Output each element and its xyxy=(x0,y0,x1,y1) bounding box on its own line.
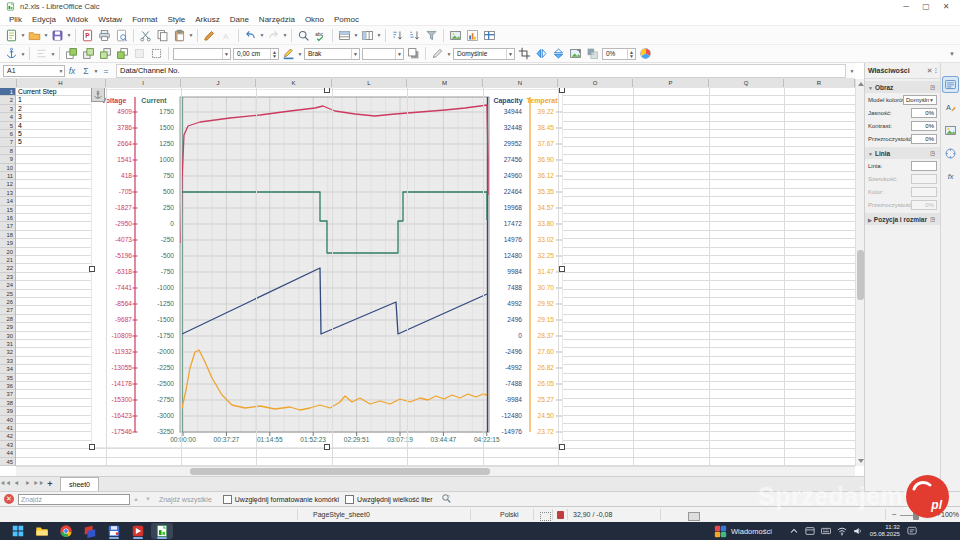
menu-plik[interactable]: Plik xyxy=(4,14,27,25)
tray-window-icon[interactable] xyxy=(802,523,818,539)
sidebar-close-icon[interactable]: ✕ xyxy=(927,67,933,74)
tray-keyboard-icon[interactable] xyxy=(818,523,834,539)
redo-button[interactable] xyxy=(265,27,282,43)
sidebar-section-linia[interactable]: ▼Linia◳ xyxy=(865,147,940,159)
column-header-P[interactable]: P xyxy=(633,79,709,87)
add-sheet-button[interactable]: + xyxy=(44,479,56,489)
column-header-Q[interactable]: Q xyxy=(709,79,784,87)
horizontal-scrollbar-thumb[interactable] xyxy=(190,468,490,475)
row-header-42[interactable]: 42 xyxy=(0,432,15,440)
sidebar-tab-functions[interactable]: fx xyxy=(943,169,958,184)
sidebar-menu-icon[interactable]: ⁝ xyxy=(935,67,937,74)
cell-grid[interactable]: VoltageCurrentCapacityTemperat4909175034… xyxy=(16,88,855,466)
clone-formatting-button[interactable] xyxy=(201,27,218,43)
cell-H5[interactable]: 4 xyxy=(18,122,22,130)
row-header-20[interactable]: 20 xyxy=(0,248,15,256)
new-document-button[interactable] xyxy=(3,27,20,43)
row-header-41[interactable]: 41 xyxy=(0,424,15,432)
save-button[interactable] xyxy=(49,27,66,43)
to-background-button[interactable] xyxy=(148,46,165,62)
dropdown-arrow-icon[interactable]: ▼ xyxy=(188,32,194,38)
section-options-icon[interactable]: ◳ xyxy=(930,84,935,90)
spelling-button[interactable]: abc xyxy=(312,27,329,43)
taskbar-commander-app-button[interactable] xyxy=(103,523,125,539)
sort-ascending-button[interactable] xyxy=(389,27,406,43)
column-header-J[interactable]: J xyxy=(181,79,256,87)
formula-equals-icon[interactable]: = xyxy=(99,66,113,76)
insert-chart-button[interactable] xyxy=(464,27,481,43)
section-options-icon[interactable]: ◳ xyxy=(930,216,935,222)
formulabar-expand-icon[interactable]: ▼ xyxy=(849,68,855,74)
selection-handle[interactable] xyxy=(559,266,565,272)
sidebar-section-obraz[interactable]: ▼Obraz◳ xyxy=(865,81,940,93)
find-previous-icon[interactable]: ▲ xyxy=(133,496,139,502)
row-header-11[interactable]: 11 xyxy=(0,172,15,180)
insert-rows-button[interactable] xyxy=(336,27,353,43)
forward-one-button[interactable] xyxy=(80,46,97,62)
row-header-1[interactable]: 1 xyxy=(0,88,15,96)
insert-columns-button[interactable] xyxy=(359,27,376,43)
row-header-23[interactable]: 23 xyxy=(0,273,15,281)
column-header-H[interactable]: H xyxy=(16,79,106,87)
field-value[interactable] xyxy=(911,161,937,171)
row-header-36[interactable]: 36 xyxy=(0,382,15,390)
menu-narzdzia[interactable]: Narzędzia xyxy=(254,14,300,25)
row-header-38[interactable]: 38 xyxy=(0,399,15,407)
tray-chevron-up-icon[interactable] xyxy=(786,523,802,539)
menu-dane[interactable]: Dane xyxy=(225,14,254,25)
menu-arkusz[interactable]: Arkusz xyxy=(190,14,224,25)
row-header-30[interactable]: 30 xyxy=(0,332,15,340)
row-header-14[interactable]: 14 xyxy=(0,197,15,205)
autofilter-button[interactable] xyxy=(423,27,440,43)
bring-to-front-button[interactable] xyxy=(63,46,80,62)
row-header-32[interactable]: 32 xyxy=(0,348,15,356)
spinner-arrows-icon[interactable]: ▲▼ xyxy=(270,49,278,59)
field-value[interactable]: 0% xyxy=(911,121,937,131)
row-header-22[interactable]: 22 xyxy=(0,264,15,272)
column-header-O[interactable]: O xyxy=(558,79,633,87)
cell-H3[interactable]: 2 xyxy=(18,105,22,113)
row-header-37[interactable]: 37 xyxy=(0,390,15,398)
match-case-checkbox[interactable] xyxy=(345,495,354,504)
cell-H1[interactable]: Current Step xyxy=(18,88,57,96)
line-width-input[interactable]: 0,00 cm▲▼ xyxy=(233,48,279,60)
row-header-44[interactable]: 44 xyxy=(0,449,15,457)
name-box-dropdown-icon[interactable]: ▼ xyxy=(58,68,64,74)
flip-vertically-button[interactable] xyxy=(550,46,567,62)
row-header-40[interactable]: 40 xyxy=(0,416,15,424)
area-style-select[interactable]: Brak▼ xyxy=(304,48,360,60)
row-header-18[interactable]: 18 xyxy=(0,231,15,239)
sidebar-tab-gallery[interactable] xyxy=(943,123,958,138)
send-to-back-button[interactable] xyxy=(114,46,131,62)
selection-handle[interactable] xyxy=(559,444,565,450)
row-header-34[interactable]: 34 xyxy=(0,365,15,373)
dropdown-arrow-icon[interactable]: ▼ xyxy=(66,32,72,38)
taskbar-file-explorer-button[interactable] xyxy=(31,523,53,539)
row-header-45[interactable]: 45 xyxy=(0,458,15,466)
export-pdf-button[interactable]: P xyxy=(79,27,96,43)
row-header-4[interactable]: 4 xyxy=(0,113,15,121)
first-sheet-icon[interactable]: ⯇⯇ xyxy=(0,480,11,488)
taskbar-start-button[interactable] xyxy=(7,523,29,539)
row-header-19[interactable]: 19 xyxy=(0,239,15,247)
dropdown-arrow-icon[interactable]: ▼ xyxy=(376,32,382,38)
row-header-10[interactable]: 10 xyxy=(0,164,15,172)
sidebar-tab-styles[interactable]: A xyxy=(943,100,958,115)
row-header-35[interactable]: 35 xyxy=(0,374,15,382)
selection-handle[interactable] xyxy=(324,88,330,93)
field-value[interactable]: 0% xyxy=(911,108,937,118)
filter-pen-button[interactable] xyxy=(429,46,446,62)
column-header-M[interactable]: M xyxy=(407,79,483,87)
row-header-27[interactable]: 27 xyxy=(0,306,15,314)
selection-handle[interactable] xyxy=(89,266,95,272)
menu-format[interactable]: Format xyxy=(127,14,162,25)
menu-style[interactable]: Style xyxy=(162,14,190,25)
anchor-button[interactable] xyxy=(3,46,20,62)
column-header-I[interactable]: I xyxy=(106,79,181,87)
row-header-12[interactable]: 12 xyxy=(0,180,15,188)
minimize-button[interactable]: ─ xyxy=(896,0,916,13)
column-header-K[interactable]: K xyxy=(256,79,332,87)
embedded-chart-object[interactable]: VoltageCurrentCapacityTemperat4909175034… xyxy=(92,90,562,447)
combo-arrow-icon[interactable]: ▼ xyxy=(351,49,359,59)
field-combo[interactable]: Domyślny▼ xyxy=(903,95,937,105)
